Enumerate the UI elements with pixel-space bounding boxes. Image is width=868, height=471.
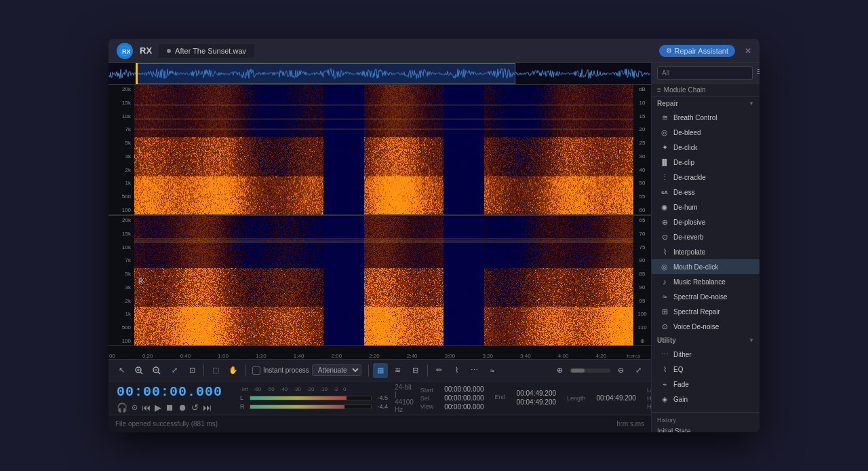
spectral-denoise-icon: ≈ [660,292,669,301]
module-music-rebalance[interactable]: ♪ Music Rebalance [652,274,760,289]
start-value: 00:00:00.000 [444,385,484,393]
module-de-plosive[interactable]: ⊕ De-plosive [652,214,760,229]
voice-denoise-icon: ⊙ [660,322,669,331]
module-de-plosive-label: De-plosive [673,219,705,226]
panel-header: ☰ [652,63,760,83]
module-dither[interactable]: ⋯ Dither [652,347,760,362]
main-area: 20k 15k 10k 7k 5k 3k 2k 1k 500 100 20k 1… [108,63,760,432]
file-tab[interactable]: After The Sunset.wav [159,44,254,58]
module-de-bleed[interactable]: ◎ De-bleed [652,125,760,140]
de-crackle-icon: ⋮ [660,172,669,182]
tool-pointer[interactable]: ↖ [114,363,129,378]
spectrogram-bottom[interactable]: R [134,216,633,345]
freq-7k-bot: 7k [110,257,133,263]
tab-indicator [167,49,171,53]
module-search-input[interactable] [657,67,753,80]
status-text: File opened successfully (881 ms) [115,420,218,428]
start-label: Start [420,387,433,394]
tick-040: 0:40 [180,353,191,359]
module-de-ess[interactable]: sA De-ess [652,185,760,200]
stop-btn[interactable]: ⏹ [165,402,174,413]
tool-brush[interactable]: ⌇ [450,363,465,378]
spectrogram-canvas-area[interactable]: L R [134,85,633,345]
prev-btn[interactable]: ⏮ [142,402,151,413]
freq-2k-bot: 2k [110,298,133,304]
freq-100-top: 100 [110,207,133,213]
module-de-click-label: De-click [673,144,698,151]
module-mouth-declick-label: Mouth De-click [673,263,718,271]
zoom-horz-in[interactable]: ⊕ [552,363,567,378]
module-de-clip[interactable]: ▐▌ De-clip [652,155,760,170]
zoom-slider-bar[interactable] [570,369,610,373]
spectrogram-rows: 20k 15k 10k 7k 5k 3k 2k 1k 500 100 20k 1… [108,85,651,345]
meter-r-fill [250,405,344,409]
tool-freq[interactable]: ≈ [485,363,500,378]
loop2-btn[interactable]: ↺ [191,402,199,413]
minimap[interactable] [108,63,651,85]
tool-lasso[interactable]: ✋ [226,363,241,378]
zoom-sel-btn[interactable]: ⊡ [184,363,199,378]
module-music-rebalance-label: Music Rebalance [673,278,726,286]
zoom-in-btn[interactable] [132,363,146,378]
transport-bar: 00:00:00.000 🎧 ⊙ ⏮ ▶ ⏹ ⏺ ↺ ⏭ - [108,381,651,415]
minimap-selection[interactable] [136,63,515,84]
module-dither-label: Dither [673,351,692,358]
module-voice-denoise[interactable]: ⊙ Voice De-noise [652,319,760,334]
history-initial-state[interactable]: Initial State [657,426,754,432]
end-values-col: 00:04:49.200 00:04:49.200 [517,390,556,407]
close-button[interactable]: ✕ [745,46,751,56]
zoom-fit-btn[interactable]: ⤢ [167,363,182,378]
end-label: End [495,394,506,400]
record-btn[interactable]: ⏺ [178,402,187,413]
module-eq[interactable]: ⌇ EQ [652,362,760,377]
instant-process-checkbox[interactable] [252,366,260,375]
view-waveform-btn[interactable]: ≋ [391,363,406,378]
repair-section-header[interactable]: Repair ▼ [652,97,760,110]
meter-l-bar [250,396,372,400]
module-interpolate[interactable]: ⌇ Interpolate [652,244,760,259]
module-mouth-declick[interactable]: ◎ Mouth De-click [652,259,760,274]
instant-process-label: Instant process [263,366,309,374]
module-chain-label: Module Chain [664,86,706,94]
utility-section-label: Utility [657,337,676,344]
module-de-hum[interactable]: ◉ De-hum [652,200,760,214]
zoom-fit-all[interactable]: ⤢ [631,363,646,378]
module-de-reverb[interactable]: ⊙ De-reverb [652,229,760,244]
dither-icon: ⋯ [660,350,669,359]
start-values-col: 00:00:00.000 00:00:00.000 00:00:00.000 [444,385,484,411]
loop-btn[interactable]: ⊙ [132,403,138,412]
zoom-out-btn[interactable] [149,363,164,378]
instant-process-select[interactable]: Attenuate [312,364,361,376]
freq-3k-bot: 3k [110,284,133,290]
tool-pencil[interactable]: ✏ [432,363,447,378]
module-fade[interactable]: ⌁ Fade [652,377,760,392]
utility-section-header[interactable]: Utility ▼ [652,334,760,347]
view-spectrogram-btn[interactable]: ▦ [373,363,388,378]
tool-harmony[interactable]: ⋯ [467,363,482,378]
view-both-btn[interactable]: ⊟ [408,363,423,378]
length-value: 00:04:49.200 [597,394,636,402]
module-de-reverb-label: De-reverb [673,233,703,241]
transport-controls: 🎧 ⊙ ⏮ ▶ ⏹ ⏺ ↺ ⏭ [117,402,222,413]
headphones-btn[interactable]: 🎧 [117,402,127,413]
spectrogram-top[interactable]: L [134,85,633,216]
de-plosive-icon: ⊕ [660,217,669,227]
tick-140: 1:40 [294,353,304,359]
module-breath-control[interactable]: ≋ Breath Control [652,110,760,125]
play-btn[interactable]: ▶ [155,402,161,413]
tool-select[interactable]: ⬚ [208,363,223,378]
spectrogram-top-canvas [134,85,633,214]
panel-list-icon[interactable]: ☰ [757,68,760,79]
freq-500-top: 500 [110,193,133,200]
next-btn[interactable]: ⏭ [203,402,212,413]
module-spectral-repair[interactable]: ⊞ Spectral Repair [652,304,760,319]
repair-assistant-button[interactable]: ⚙ Repair Assistant [659,45,735,57]
rx-logo: RX [117,43,133,59]
module-de-click[interactable]: ✦ De-click [652,140,760,155]
zoom-horz-out[interactable]: ⊖ [613,363,628,378]
module-spectral-denoise[interactable]: ≈ Spectral De-noise [652,289,760,304]
breath-control-icon: ≋ [660,113,669,122]
module-de-crackle[interactable]: ⋮ De-crackle [652,170,760,185]
start-col: Start Sel View [420,387,433,410]
module-gain[interactable]: ◈ Gain [652,392,760,407]
